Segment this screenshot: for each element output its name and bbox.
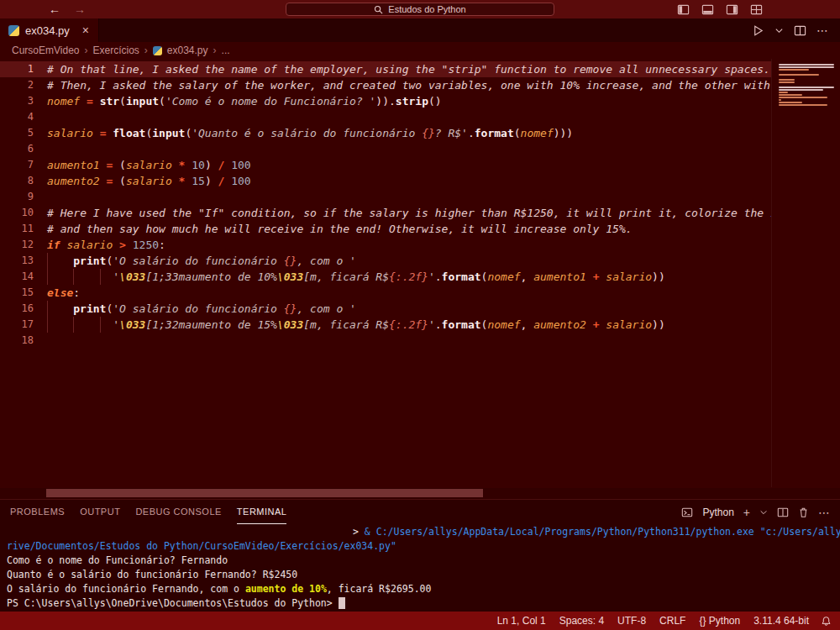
line-number[interactable]: 10 bbox=[0, 205, 34, 221]
line-number[interactable]: 3 bbox=[0, 93, 34, 109]
terminal-dropdown-chevron-icon[interactable] bbox=[759, 508, 768, 517]
panel-tab-terminal[interactable]: TERMINAL bbox=[237, 500, 287, 524]
code-line[interactable]: 17'\033[1;32maumento de 15%\033[m, ficar… bbox=[0, 317, 840, 333]
toggle-secondary-sidebar-icon[interactable] bbox=[726, 3, 738, 16]
panel-tabs: PROBLEMSOUTPUTDEBUG CONSOLETERMINAL bbox=[10, 500, 286, 524]
code-line[interactable]: 12if salario > 1250: bbox=[0, 237, 840, 253]
code-line[interactable]: 7aumento1 = (salario * 10) / 100 bbox=[0, 157, 840, 173]
line-number[interactable]: 1 bbox=[0, 61, 34, 77]
code-text: # Then, I asked the salary of the worker… bbox=[34, 77, 790, 93]
code-line[interactable]: 2# Then, I asked the salary of the worke… bbox=[0, 77, 840, 93]
terminal-line: O salário do funcionário Fernando, com o… bbox=[7, 582, 840, 596]
line-number[interactable]: 7 bbox=[0, 157, 34, 173]
panel-tab-debug-console[interactable]: DEBUG CONSOLE bbox=[135, 500, 221, 524]
line-number[interactable]: 18 bbox=[0, 333, 34, 349]
run-dropdown-chevron-icon[interactable] bbox=[774, 26, 784, 35]
minimap[interactable] bbox=[771, 59, 840, 487]
line-number[interactable]: 15 bbox=[0, 285, 34, 301]
code-line[interactable]: 16print('O salário do funcionário {}, co… bbox=[0, 301, 840, 317]
minimap-line bbox=[779, 104, 827, 106]
code-text bbox=[34, 333, 47, 349]
line-number[interactable]: 11 bbox=[0, 221, 34, 237]
code-line[interactable]: 10# Here I have used the "If" condition,… bbox=[0, 205, 840, 221]
minimap-line bbox=[779, 69, 809, 71]
panel-header: PROBLEMSOUTPUTDEBUG CONSOLETERMINAL Pyth… bbox=[0, 499, 840, 524]
status-item[interactable]: {} Python bbox=[699, 615, 740, 627]
line-number[interactable]: 8 bbox=[0, 173, 34, 189]
code-text bbox=[34, 109, 47, 125]
panel-tab-output[interactable]: OUTPUT bbox=[80, 500, 120, 524]
code-line[interactable]: 3nomef = str(input('Como é o nome do Fun… bbox=[0, 93, 840, 109]
line-number[interactable]: 12 bbox=[0, 237, 34, 253]
breadcrumb-item[interactable]: CursoEmVideo bbox=[12, 45, 79, 56]
breadcrumb-item[interactable]: Exercícios bbox=[92, 45, 139, 56]
search-icon bbox=[374, 5, 383, 14]
code-text: # Here I have used the "If" condition, s… bbox=[34, 205, 784, 221]
line-number[interactable]: 16 bbox=[0, 301, 34, 317]
command-center-search[interactable]: Estudos do Python bbox=[286, 3, 554, 16]
terminal[interactable]: > & C:/Users/allys/AppData/Local/Program… bbox=[0, 524, 840, 612]
toggle-sidebar-icon[interactable] bbox=[677, 3, 690, 16]
line-number[interactable]: 2 bbox=[0, 77, 34, 93]
code-line[interactable]: 13print('O salário do funcionário {}, co… bbox=[0, 253, 840, 269]
terminal-shell-label[interactable]: Python bbox=[702, 507, 733, 518]
tab-ex034-py[interactable]: ex034.py × bbox=[0, 18, 99, 42]
code-line[interactable]: 9 bbox=[0, 189, 840, 205]
minimap-line bbox=[779, 94, 802, 96]
code-line[interactable]: 5salario = float(input('Quanto é o salár… bbox=[0, 125, 840, 141]
customize-layout-icon[interactable] bbox=[750, 3, 763, 16]
code-line[interactable]: 18 bbox=[0, 333, 840, 349]
code-text: '\033[1;32maumento de 15%\033[m, ficará … bbox=[34, 317, 665, 333]
minimap-line bbox=[779, 74, 819, 76]
split-terminal-icon[interactable] bbox=[777, 507, 789, 518]
search-text: Estudos do Python bbox=[388, 4, 465, 14]
new-terminal-icon[interactable]: + bbox=[743, 507, 750, 518]
python-file-icon bbox=[8, 25, 19, 36]
breadcrumb-item[interactable]: ex034.py bbox=[167, 45, 208, 56]
code-line[interactable]: 11# and then say how much he will receiv… bbox=[0, 221, 840, 237]
forward-arrow-icon[interactable]: → bbox=[74, 3, 86, 15]
panel-actions: Python + ⋯ bbox=[681, 507, 830, 518]
python-file-icon bbox=[153, 46, 162, 55]
split-editor-icon[interactable] bbox=[794, 24, 806, 37]
status-bar: Ln 1, Col 1Spaces: 4UTF-8CRLF{} Python3.… bbox=[0, 612, 840, 630]
minimap-line bbox=[779, 89, 823, 91]
terminal-profile-icon[interactable] bbox=[681, 507, 693, 518]
toggle-panel-icon[interactable] bbox=[701, 3, 714, 16]
horizontal-scrollbar[interactable] bbox=[0, 488, 840, 499]
code-line[interactable]: 15else: bbox=[0, 285, 840, 301]
line-number[interactable]: 9 bbox=[0, 189, 34, 205]
code-text: # On that line, I asked the name of the … bbox=[34, 61, 770, 77]
more-editor-actions-icon[interactable]: ⋯ bbox=[816, 24, 828, 36]
code-text: print('O salário do funcionário {}, com … bbox=[34, 301, 356, 317]
line-number[interactable]: 17 bbox=[0, 317, 34, 333]
horizontal-scrollbar-thumb[interactable] bbox=[46, 489, 483, 497]
panel-tab-problems[interactable]: PROBLEMS bbox=[10, 500, 65, 524]
code-line[interactable]: 14'\033[1;33maumento de 10%\033[m, ficar… bbox=[0, 269, 840, 285]
code-line[interactable]: 1# On that line, I asked the name of the… bbox=[0, 61, 840, 77]
code-line[interactable]: 6 bbox=[0, 141, 840, 157]
run-python-file-icon[interactable] bbox=[752, 24, 764, 37]
editor[interactable]: 1# On that line, I asked the name of the… bbox=[0, 59, 840, 499]
breadcrumb-item[interactable]: ... bbox=[222, 45, 230, 56]
line-number[interactable]: 6 bbox=[0, 141, 34, 157]
line-number[interactable]: 14 bbox=[0, 269, 34, 285]
titlebar: ← → Estudos do Python bbox=[0, 0, 840, 18]
kill-terminal-trash-icon[interactable] bbox=[798, 507, 809, 518]
status-item[interactable]: UTF-8 bbox=[617, 615, 646, 627]
minimap-line bbox=[779, 81, 795, 83]
code-line[interactable]: 8aumento2 = (salario * 15) / 100 bbox=[0, 173, 840, 189]
status-item[interactable]: Ln 1, Col 1 bbox=[497, 615, 546, 627]
back-arrow-icon[interactable]: ← bbox=[49, 3, 60, 15]
code-line[interactable]: 4 bbox=[0, 109, 840, 125]
status-item[interactable]: Spaces: 4 bbox=[559, 615, 604, 627]
close-tab-icon[interactable]: × bbox=[82, 24, 89, 36]
notifications-bell-icon[interactable] bbox=[821, 616, 832, 627]
line-number[interactable]: 5 bbox=[0, 125, 34, 141]
tab-label: ex034.py bbox=[25, 24, 70, 37]
status-item[interactable]: 3.11.4 64-bit bbox=[753, 615, 809, 627]
panel-more-actions-icon[interactable]: ⋯ bbox=[818, 507, 830, 518]
status-item[interactable]: CRLF bbox=[659, 615, 685, 627]
line-number[interactable]: 4 bbox=[0, 109, 34, 125]
line-number[interactable]: 13 bbox=[0, 253, 34, 269]
